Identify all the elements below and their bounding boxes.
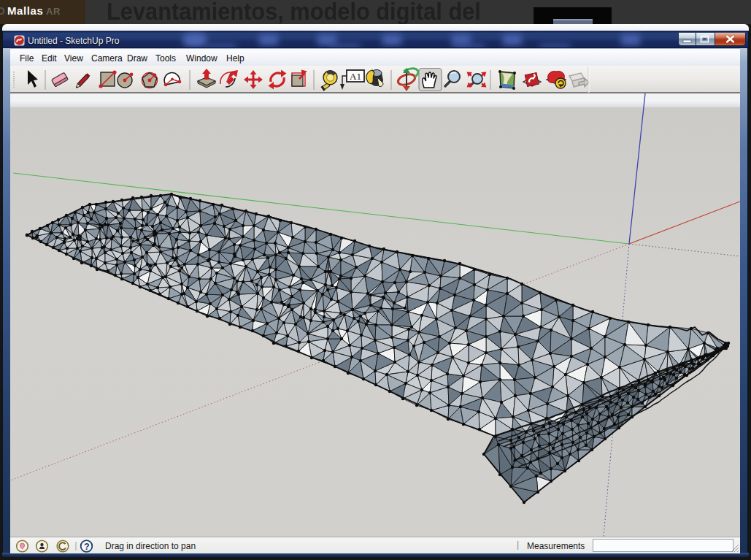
svg-text:?: ? (84, 542, 90, 552)
svg-text:A1: A1 (350, 71, 361, 82)
